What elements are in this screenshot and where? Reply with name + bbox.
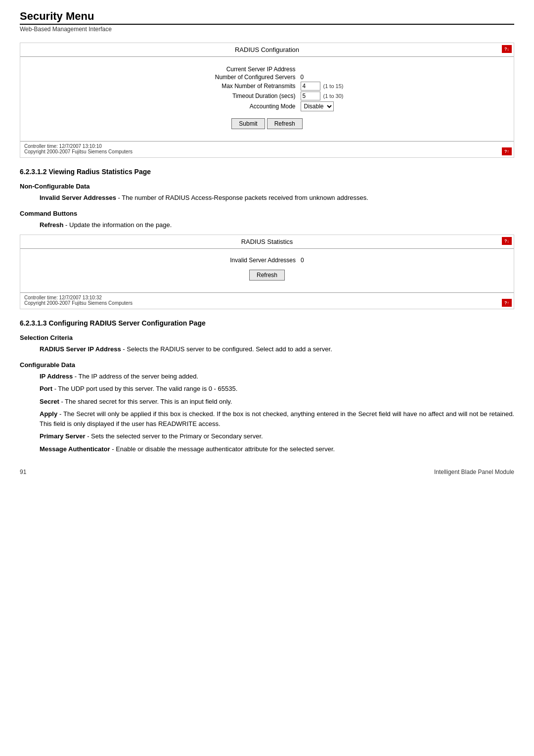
ip-address-desc: - The IP address of the server being add…	[75, 373, 198, 380]
invalid-addresses-label: Invalid Server Addresses	[230, 257, 296, 264]
command-buttons-content: Refresh - Update the information on the …	[20, 220, 514, 230]
radius-config-panel-title: RADIUS Configuration	[20, 43, 514, 57]
stats-footer-copyright: Copyright 2000-2007 Fujitsu Siemens Comp…	[24, 300, 510, 306]
timeout-hint: (1 to 30)	[323, 93, 344, 99]
stats-footer: Controller time: 12/7/2007 13:10:32 Copy…	[20, 292, 514, 309]
port-content: Port - The UDP port used by this server.…	[20, 384, 514, 394]
radius-config-buttons: Submit Refresh	[30, 118, 504, 129]
current-server-label: Current Server IP Address	[191, 66, 300, 73]
retransmits-input[interactable]	[301, 82, 320, 91]
form-row-timeout: Timeout Duration (secs) (1 to 30)	[191, 92, 344, 100]
radius-config-panel: ?↓ RADIUS Configuration Current Server I…	[20, 43, 514, 158]
timeout-label: Timeout Duration (secs)	[191, 92, 300, 100]
page-header: Security Menu Web-Based Management Inter…	[20, 10, 514, 33]
section-6232-heading: 6.2.3.1.3 Configuring RADIUS Server Conf…	[20, 319, 514, 327]
stats-help-expand-icon[interactable]: ?↑	[502, 299, 512, 307]
stats-buttons: Refresh	[30, 270, 504, 281]
timeout-value: (1 to 30)	[301, 92, 344, 100]
radius-config-form: Current Server IP Address Number of Conf…	[190, 65, 345, 112]
timeout-input[interactable]	[301, 92, 320, 100]
num-servers-label: Number of Configured Servers	[191, 74, 300, 81]
selection-criteria-heading: Selection Criteria	[20, 334, 514, 341]
page-number: 91	[20, 469, 26, 475]
selection-criteria-content: RADIUS Server IP Address - Selects the R…	[20, 344, 514, 354]
secret-content: Secret - The shared secret for this serv…	[20, 397, 514, 407]
retransmits-hint: (1 to 15)	[323, 83, 344, 89]
section-6231-heading: 6.2.3.1.2 Viewing Radius Statistics Page	[20, 168, 514, 176]
message-auth-term: Message Authenticator	[40, 445, 110, 453]
command-buttons-heading: Command Buttons	[20, 210, 514, 217]
port-term: Port	[40, 385, 52, 392]
footer-copyright: Copyright 2000-2007 Fujitsu Siemens Comp…	[24, 149, 510, 154]
form-row-current-server: Current Server IP Address	[191, 66, 344, 73]
stats-footer-time: Controller time: 12/7/2007 13:10:32	[24, 295, 510, 300]
form-row-accounting: Accounting Mode Disable Enable	[191, 101, 344, 111]
non-configurable-content: Invalid Server Addresses - The number of…	[20, 193, 514, 203]
section-6232: 6.2.3.1.3 Configuring RADIUS Server Conf…	[20, 319, 514, 454]
radius-server-ip-term: RADIUS Server IP Address	[40, 345, 121, 353]
footer-time: Controller time: 12/7/2007 13:10:10	[24, 143, 510, 149]
stats-help-collapse-icon[interactable]: ?↓	[502, 237, 512, 245]
help-collapse-icon-top[interactable]: ?↓	[502, 45, 512, 53]
refresh-button[interactable]: Refresh	[267, 118, 303, 129]
radius-stats-panel-body: Invalid Server Addresses 0 Refresh	[20, 249, 514, 292]
form-row-num-servers: Number of Configured Servers 0	[191, 74, 344, 81]
refresh-term: Refresh	[40, 221, 63, 229]
help-expand-icon-bottom[interactable]: ?↑	[502, 147, 512, 155]
retransmits-label: Max Number of Retransmits	[191, 82, 300, 91]
invalid-server-term: Invalid Server Addresses	[40, 194, 116, 201]
ip-address-content: IP Address - The IP address of the serve…	[20, 372, 514, 381]
section-6231: 6.2.3.1.2 Viewing Radius Statistics Page…	[20, 168, 514, 230]
accounting-select[interactable]: Disable Enable	[301, 101, 334, 111]
primary-server-content: Primary Server - Sets the selected serve…	[20, 431, 514, 441]
message-auth-content: Message Authenticator - Enable or disabl…	[20, 444, 514, 454]
apply-desc: - The Secret will only be applied if thi…	[40, 410, 514, 427]
refresh-desc: - Update the information on the page.	[65, 221, 172, 229]
radius-stats-panel-title: RADIUS Statistics	[20, 235, 514, 249]
radius-server-ip-desc: - Selects the RADIUS server to be config…	[123, 345, 332, 353]
apply-term: Apply	[40, 410, 57, 418]
radius-stats-panel: ?↓ RADIUS Statistics Invalid Server Addr…	[20, 235, 514, 309]
page-footer: 91 Intelligent Blade Panel Module	[20, 469, 514, 475]
primary-server-term: Primary Server	[40, 432, 86, 440]
form-row-retransmits: Max Number of Retransmits (1 to 15)	[191, 82, 344, 91]
non-configurable-heading: Non-Configurable Data	[20, 183, 514, 190]
invalid-addresses-row: Invalid Server Addresses 0	[30, 257, 504, 264]
retransmits-value: (1 to 15)	[301, 82, 344, 91]
primary-server-desc: - Sets the selected server to the Primar…	[87, 432, 263, 440]
product-name: Intelligent Blade Panel Module	[434, 469, 514, 475]
message-auth-desc: - Enable or disable the message authenti…	[112, 445, 335, 453]
accounting-value: Disable Enable	[301, 101, 344, 111]
port-desc: - The UDP port used by this server. The …	[54, 385, 238, 392]
ip-address-term: IP Address	[40, 373, 73, 380]
accounting-label: Accounting Mode	[191, 101, 300, 111]
secret-desc: - The shared secret for this server. Thi…	[61, 398, 232, 405]
num-servers-value: 0	[301, 74, 344, 81]
invalid-server-desc: - The number of RADIUS Access-Response p…	[118, 194, 368, 201]
radius-config-panel-body: Current Server IP Address Number of Conf…	[20, 57, 514, 141]
configurable-data-heading: Configurable Data	[20, 361, 514, 369]
page-subtitle: Web-Based Management Interface	[20, 26, 514, 33]
submit-button[interactable]: Submit	[231, 118, 265, 129]
apply-content: Apply - The Secret will only be applied …	[20, 409, 514, 428]
invalid-addresses-value: 0	[301, 257, 304, 264]
radius-config-footer: Controller time: 12/7/2007 13:10:10 Copy…	[20, 141, 514, 157]
page-title: Security Menu	[20, 10, 514, 25]
stats-refresh-button[interactable]: Refresh	[249, 270, 285, 281]
secret-term: Secret	[40, 398, 59, 405]
